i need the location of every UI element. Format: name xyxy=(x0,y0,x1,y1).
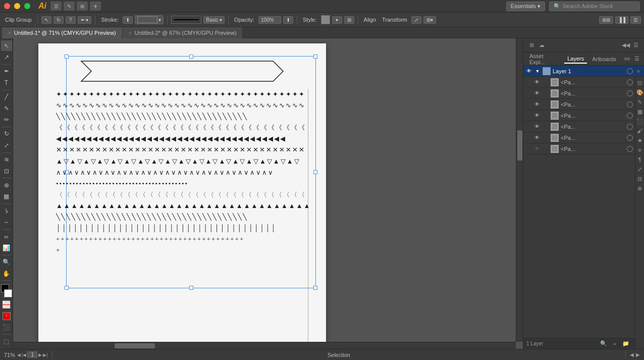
select-tool-btn[interactable]: ↖ xyxy=(41,16,51,24)
artboard-nav-right[interactable]: ▶ xyxy=(636,352,640,357)
free-transform-tool[interactable]: ⊡ xyxy=(1,166,12,176)
ri-gradient[interactable]: ▦ xyxy=(636,108,644,116)
layer-row-3[interactable]: 👁 <Pa... ○ xyxy=(523,99,644,110)
layer-visibility-3[interactable]: 👁 xyxy=(533,101,541,108)
layer-visibility-1[interactable]: 👁 xyxy=(533,79,541,86)
chart-tool[interactable]: 📊 xyxy=(1,242,12,253)
style-swatch[interactable] xyxy=(321,15,330,24)
minimize-button[interactable] xyxy=(14,3,20,9)
stroke-type-select[interactable]: Basic ▾ xyxy=(203,16,224,24)
vertical-scrollbar[interactable] xyxy=(516,38,523,342)
ri-pathfinder[interactable]: ⊕ xyxy=(636,184,644,192)
shape-builder-tool[interactable]: ⊕ xyxy=(1,180,12,190)
tab-2-close[interactable]: × xyxy=(129,30,132,36)
blend-tool[interactable]: ∞ xyxy=(1,231,12,242)
rotate-tool[interactable]: ↻ xyxy=(1,129,12,139)
scroll-thumb-horizontal[interactable] xyxy=(115,343,155,348)
zoom-back[interactable]: ◀ xyxy=(17,352,21,357)
tab-layers[interactable]: Layers xyxy=(564,55,587,64)
panel-menu-icon[interactable]: ☰ xyxy=(632,41,640,49)
ri-align2[interactable]: ⊟ xyxy=(636,175,644,183)
layout-icon[interactable]: ⊞ xyxy=(77,2,88,11)
panel-options-icon[interactable]: ☰ xyxy=(633,55,641,63)
layer-lock-0[interactable]: ○ xyxy=(635,69,642,74)
selection-tool[interactable]: ↖ xyxy=(1,40,12,51)
ri-graphic[interactable]: ≡ xyxy=(636,146,644,154)
clip-group[interactable]: Clip Group xyxy=(3,16,34,24)
stroke-color-select[interactable]: ▾ xyxy=(135,15,164,24)
warp-tool[interactable]: ≋ xyxy=(1,155,12,165)
background-color[interactable] xyxy=(4,289,12,297)
direct-selection-tool[interactable]: ↗ xyxy=(1,52,12,62)
sel-handle-tl[interactable] xyxy=(65,55,69,59)
tab-1[interactable]: × Untitled-1* @ 71% (CMYK/GPU Preview) xyxy=(2,27,123,38)
layer-row-4[interactable]: 👁 <Pa... ○ xyxy=(523,110,644,121)
style-extra[interactable]: ⊞ xyxy=(344,16,354,24)
zoom-tool[interactable]: 🔍 xyxy=(1,257,12,268)
close-button[interactable] xyxy=(4,3,10,9)
artboard-nav-left[interactable]: ◀ xyxy=(630,352,634,357)
none-swatch[interactable]: ⬜ xyxy=(1,299,12,310)
panel-btn[interactable]: ▐▐ xyxy=(615,16,628,24)
maximize-button[interactable] xyxy=(24,3,30,9)
canvas-area[interactable]: ✦✦✦✦✦✦✦✦✦✦✦✦✦✦✦✦✦✦✦✦✦✦✦✦✦✦✦✦✦✦✦✦✦✦✦✦✦✦ ∿… xyxy=(13,38,523,349)
opacity-field[interactable]: 100% xyxy=(258,16,281,24)
live-paint-tool[interactable]: ▦ xyxy=(1,191,12,202)
zoom-next[interactable]: ▶ xyxy=(38,352,42,357)
layer-target-4[interactable] xyxy=(627,113,633,119)
layers-add-btn[interactable]: + xyxy=(611,340,619,348)
layer-visibility-5[interactable]: 👁 xyxy=(533,123,541,130)
menu-icon[interactable]: ☰ xyxy=(50,2,62,11)
send-icon[interactable]: ✈ xyxy=(90,2,101,11)
layer-target-6[interactable] xyxy=(627,135,633,141)
measure-tool[interactable]: ↔ xyxy=(1,217,12,228)
layers-search-btn[interactable]: 🔍 xyxy=(600,340,608,348)
type-tool[interactable]: T xyxy=(1,77,12,88)
ri-swatch[interactable]: ⬛ xyxy=(636,117,644,125)
transform-extra[interactable]: ⤢ xyxy=(411,16,421,24)
layer-row-1[interactable]: 👁 <Pa... ○ xyxy=(523,77,644,88)
layers-folder-btn[interactable]: 📁 xyxy=(622,340,630,348)
tab-2[interactable]: × Untitled-2* @ 67% (CMYK/GPU Preview) xyxy=(123,27,243,38)
paintbrush-tool[interactable]: ✎ xyxy=(1,103,12,114)
pen-tool-btn[interactable]: ✒ ▾ xyxy=(78,16,92,24)
artboard-tool[interactable]: ⬚ xyxy=(1,336,12,347)
question-btn[interactable]: ? xyxy=(66,16,76,24)
eyedropper-tool[interactable]: 𝄳 xyxy=(1,205,12,216)
tab-artboards[interactable]: Artboards xyxy=(589,55,619,63)
sel-handle-tm[interactable] xyxy=(189,55,193,59)
sel-handle-bl[interactable] xyxy=(65,286,69,290)
scale-tool[interactable]: ⤢ xyxy=(1,140,12,150)
ri-transform[interactable]: ⤢ xyxy=(636,165,644,173)
layer-target-5[interactable] xyxy=(627,124,633,130)
menu-extra-btn[interactable]: ☰ xyxy=(630,16,641,24)
stroke-width-btn[interactable]: ⬆ xyxy=(123,16,133,24)
layer-visibility-2[interactable]: 👁 xyxy=(533,90,541,97)
ri-paragraph[interactable]: ¶ xyxy=(636,156,644,164)
ri-properties[interactable]: ⊡ xyxy=(636,79,644,87)
layer-row-5[interactable]: 👁 <Pa... ○ xyxy=(523,121,644,132)
properties-icon[interactable]: ⊞ xyxy=(527,41,535,49)
sel-handle-bm[interactable] xyxy=(189,286,193,290)
scroll-thumb-vertical[interactable] xyxy=(517,130,522,161)
sel-handle-tr[interactable] xyxy=(313,55,317,59)
error-indicator[interactable]: ! xyxy=(1,311,12,321)
layer-row-2[interactable]: 👁 <Pa... ○ xyxy=(523,88,644,99)
grid-view-btn[interactable]: ⊞⊞ xyxy=(599,16,613,24)
hand-tool[interactable]: ✋ xyxy=(1,268,12,279)
layer-visibility-7[interactable]: 👁 xyxy=(533,145,541,152)
ri-symbol[interactable]: ★ xyxy=(636,136,644,144)
layer-row-0[interactable]: 👁 ▼ Layer 1 ○ xyxy=(523,66,644,77)
panel-expand-icon[interactable]: ◀◀ xyxy=(622,41,630,49)
tab-1-close[interactable]: × xyxy=(8,30,11,36)
style-select[interactable]: ▾ xyxy=(332,16,342,24)
pen-tool[interactable]: ✒ xyxy=(1,66,12,77)
ri-color[interactable]: 🎨 xyxy=(636,88,644,96)
tab-asset-explorer[interactable]: Asset Expl... xyxy=(526,52,562,66)
zoom-last[interactable]: ▶| xyxy=(43,352,47,357)
align-extra[interactable]: ⊞▾ xyxy=(423,16,436,24)
layer-target-7[interactable] xyxy=(627,146,633,152)
line-tool[interactable]: ╱ xyxy=(1,92,12,102)
rotate-tool-btn[interactable]: ↻ xyxy=(53,16,64,24)
horizontal-scrollbar[interactable] xyxy=(13,342,516,349)
